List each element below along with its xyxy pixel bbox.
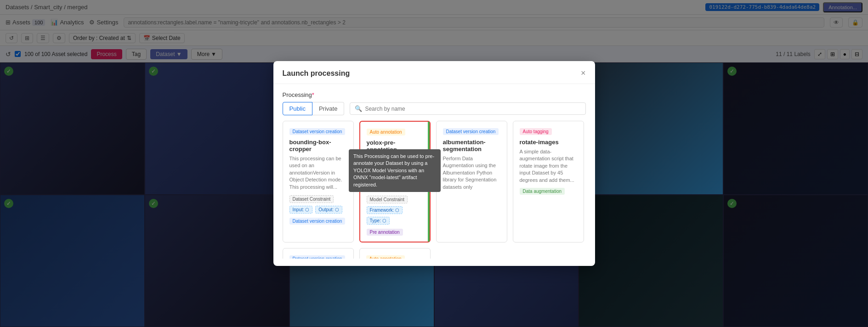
version-creation-badge: Dataset version creation (289, 218, 346, 225)
card-title-rotate: rotate-images (520, 139, 577, 146)
modal-close-button[interactable]: × (581, 68, 586, 78)
card-tensorflow-pre-annotation[interactable]: Dataset version creation tensorflow-pre-… (283, 248, 354, 259)
card-rotate-images[interactable]: Auto tagging rotate-images A simple data… (513, 121, 584, 242)
card-title: bounding-box-cropper (289, 139, 347, 152)
dataset-constraint-tag: Dataset Constraint (289, 195, 334, 203)
processing-label: Processing* (283, 91, 586, 98)
processing-search-input[interactable] (365, 106, 580, 112)
card-yolox-pre-annotation[interactable]: Auto annotation yolox-pre-annotation Thi… (359, 121, 431, 242)
tab-private[interactable]: Private (312, 102, 344, 115)
input-tag: Input: ⬡ (289, 206, 313, 214)
card-badge-tensorflow: Dataset version creation (289, 255, 346, 259)
launch-processing-modal: Launch processing × Processing* Public P… (273, 61, 595, 266)
card-title-albumentation: albumentation-segmentation (443, 139, 500, 152)
data-augmentation-badge: Data augmentation (520, 188, 565, 195)
tooltip-popup: This Processing can be used to pre-annot… (349, 149, 441, 192)
card-bounding-box-cropper[interactable]: Dataset version creation bounding-box-cr… (283, 121, 354, 242)
cards-container: Dataset version creation bounding-box-cr… (283, 121, 586, 259)
card-badge-albumentation: Dataset version creation (443, 128, 499, 135)
model-constraint-tag: Model Constraint (367, 196, 408, 203)
pre-annotation-badge: Pre annotation (367, 229, 403, 236)
card-yolov8-pre-annotation[interactable]: Auto annotation yolov8-pre-annotation Th… (359, 248, 431, 259)
output-tag: Output: ⬡ (315, 206, 342, 214)
card-desc-rotate: A simple data-augmentation script that r… (520, 148, 577, 184)
card-badge-yolov8: Auto annotation (366, 255, 405, 259)
framework-tag: Framework: ⬡ (367, 206, 403, 214)
card-badge-autotagging: Auto tagging (520, 128, 552, 135)
card-footer-yolox: Model Constraint Framework: ⬡ Type: ⬡ (367, 196, 423, 225)
modal-title: Launch processing (283, 69, 350, 78)
modal-backdrop[interactable]: Launch processing × Processing* Public P… (0, 0, 868, 327)
modal-body: Processing* Public Private 🔍 Dataset ver… (273, 84, 595, 266)
card-footer: Dataset Constraint Input: ⬡ Output: ⬡ (289, 195, 347, 214)
tabs-row: Public Private 🔍 (283, 102, 586, 115)
card-badge: Dataset version creation (289, 128, 346, 135)
type-tag: Type: ⬡ (367, 217, 390, 225)
modal-header: Launch processing × (273, 61, 595, 84)
card-desc: This processing can be used on an annota… (289, 155, 347, 191)
search-processing-wrapper: 🔍 (350, 102, 585, 115)
tab-public[interactable]: Public (283, 102, 312, 115)
search-icon: 🔍 (355, 105, 362, 112)
card-albumentation-segmentation[interactable]: Dataset version creation albumentation-s… (436, 121, 507, 242)
cards-grid: Dataset version creation bounding-box-cr… (283, 121, 584, 259)
card-desc-albumentation: Perform Data Augmentation using the Albu… (443, 155, 500, 191)
card-badge-auto: Auto annotation (367, 129, 405, 135)
